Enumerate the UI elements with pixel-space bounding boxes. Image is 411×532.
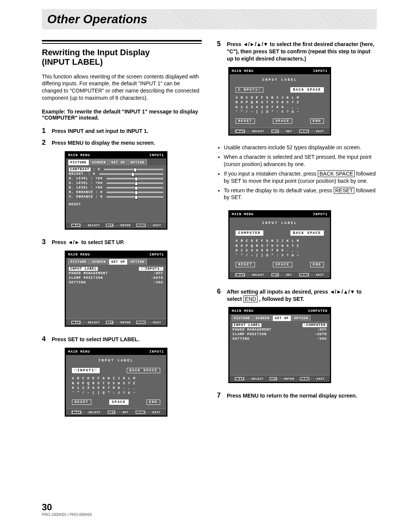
reset-button: RESET (72, 399, 91, 405)
step-text: Press SET to select INPUT LABEL. (52, 335, 139, 343)
page-footer: 30 PRO-1000HDI / PRO-800HDI (42, 502, 92, 517)
page-title: Other Operations (47, 12, 371, 26)
character-grid: ABCDEFGHIJKLM NOPQRSTUVWXYZ 0123456789.,… (229, 96, 330, 116)
step-text: Press MENU to return to the normal displ… (227, 391, 357, 399)
character-grid: ABCDEFGHIJKLM NOPQRSTUVWXYZ 0123456789.,… (229, 239, 330, 259)
step-number: 6 (217, 288, 224, 296)
step-5: 5 Press ◄/►/▲/▼ to select the first desi… (217, 40, 377, 62)
menu-input: INPUT1 (150, 153, 164, 157)
space-button: SPACE (273, 262, 292, 267)
space-button: SPACE (273, 118, 292, 124)
up-arrow-icon: ▲ (256, 41, 262, 48)
menu-screenshot-label-c: MAIN MENU INPUT1 INPUT LABEL C NPUT1□ BA… (228, 67, 331, 136)
left-arrow-icon: ◄ (243, 41, 248, 48)
step-text: Press INPUT and set input to INPUT 1. (52, 127, 148, 135)
section-title-line1: Rewriting the Input Display (42, 48, 150, 57)
step-7: 7 Press MENU to return to the normal dis… (217, 391, 377, 399)
step-number: 3 (42, 238, 49, 246)
step-4: 4 Press SET to select INPUT LABEL. (42, 335, 202, 343)
right-arrow-icon: ► (336, 288, 342, 296)
end-button: END (310, 118, 324, 124)
step-2: 2 Press MENU to display the menu screen. (42, 139, 202, 147)
tab-screen: SCREEN (90, 160, 108, 165)
reset-button: RESET (236, 118, 255, 124)
end-button: END (310, 262, 324, 267)
step-number: 7 (217, 391, 224, 399)
backspace-button: BACK SPACE (127, 368, 160, 373)
menu-screenshot-label-computer: MAIN MENU INPUT1 INPUT LABEL COMPUTER BA… (228, 210, 331, 279)
step-number: 2 (42, 139, 49, 147)
page-number: 30 (42, 502, 92, 513)
end-button: END (147, 399, 160, 405)
step-1: 1 Press INPUT and set input to INPUT 1. (42, 127, 202, 135)
example-text: Example: To rewrite the default "INPUT 1… (42, 109, 202, 121)
tab-picture: PICTURE (68, 160, 89, 165)
section-title-line2: (INPUT LABEL) (42, 57, 103, 67)
backspace-box: BACK SPACE (318, 170, 354, 177)
tab-setup: SET UP (109, 160, 127, 165)
right-arrow-icon: ► (250, 41, 255, 48)
backspace-button: BACK SPACE (290, 87, 324, 93)
end-box: END (244, 296, 258, 302)
step-text: Press ◄/►/▲/▼ to select the first desire… (227, 40, 377, 62)
left-arrow-icon: ◄ (68, 239, 73, 246)
character-grid: ABCDEFGHIJKLM NOPQRSTUVWXYZ 0123456789.,… (66, 376, 166, 397)
menu-screenshot-label-input1: MAIN MENU INPUT1 INPUT LABEL □INPUT1□ BA… (65, 348, 167, 416)
step-3: 3 Press ◄/► to select SET UP. (42, 238, 202, 246)
intro-text: This function allows rewriting of the sc… (42, 73, 202, 102)
menu-title: MAIN MENU (68, 153, 90, 157)
down-arrow-icon: ▼ (350, 288, 355, 296)
current-value: C NPUT1□ (236, 87, 263, 93)
current-value: COMPUTER (236, 230, 263, 236)
up-arrow-icon: ▲ (343, 288, 348, 296)
model-label: PRO-1000HDI / PRO-800HDI (42, 513, 92, 517)
menu-screenshot-setup-computer: MAIN MENU COMPUTER PICTURE SCREEN SET UP… (228, 307, 331, 383)
step-number: 1 (42, 127, 49, 135)
note-item: If you input a mistaken character, press… (224, 170, 377, 185)
left-column: Rewriting the Input Display (INPUT LABEL… (42, 40, 202, 425)
notes-list: Usable characters include 52 types displ… (217, 144, 377, 201)
note-item: Usable characters include 52 types displ… (224, 144, 377, 151)
step-text: Press MENU to display the menu screen. (52, 139, 155, 147)
step-number: 4 (42, 335, 49, 343)
step-text: After setting all inputs as desired, pre… (227, 288, 377, 303)
tab-option: OPTION (128, 160, 147, 165)
reset-button: RESET (236, 262, 255, 267)
menu-screenshot-picture: MAIN MENU INPUT1 PICTURE SCREEN SET UP O… (65, 151, 167, 230)
down-arrow-icon: ▼ (263, 41, 268, 48)
note-item: When a character is selected and SET pre… (224, 153, 377, 168)
note-item: To return the display to its default val… (224, 187, 377, 201)
step-6: 6 After setting all inputs as desired, p… (217, 288, 377, 303)
right-arrow-icon: ► (75, 239, 80, 246)
reset-box: RESET (334, 187, 355, 194)
step-number: 5 (217, 40, 224, 48)
right-column: 5 Press ◄/►/▲/▼ to select the first desi… (217, 40, 377, 425)
current-value: □INPUT1□ (72, 368, 100, 373)
page-header: Other Operations (42, 9, 377, 29)
backspace-button: BACK SPACE (290, 230, 324, 236)
step-text: Press ◄/► to select SET UP. (52, 238, 124, 246)
space-button: SPACE (109, 399, 129, 405)
left-arrow-icon: ◄ (330, 288, 335, 296)
menu-screenshot-setup: MAIN MENU INPUT1 PICTURE SCREEN SET UP O… (65, 251, 167, 327)
